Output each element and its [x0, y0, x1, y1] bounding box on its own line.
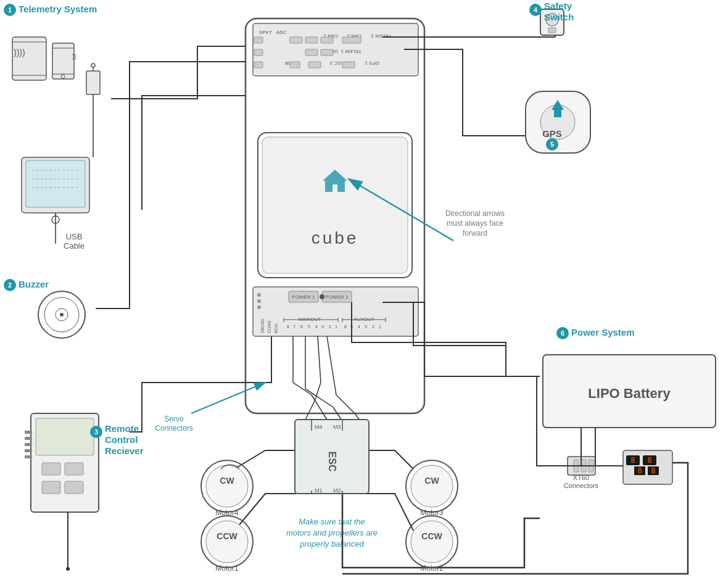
- svg-text:Directional arrows: Directional arrows: [445, 209, 505, 218]
- svg-text:4: 4: [534, 6, 538, 14]
- svg-text:Motor1: Motor1: [215, 564, 239, 573]
- svg-text:SPKT: SPKT: [259, 30, 272, 35]
- main-diagram-svg: cube SPKT ADC CAN 1 CAN 2 TELEM 2 GPS 2 …: [0, 0, 723, 588]
- svg-text:Make sure that the: Make sure that the: [299, 517, 365, 526]
- svg-rect-20: [321, 37, 333, 43]
- svg-text:Control: Control: [105, 434, 138, 445]
- svg-text:TELEM 1: TELEM 1: [341, 49, 362, 54]
- svg-rect-19: [305, 37, 318, 43]
- svg-text:8: 8: [637, 466, 642, 475]
- svg-rect-22: [305, 49, 318, 56]
- svg-text:M3: M3: [333, 424, 341, 430]
- svg-text:Connectors: Connectors: [564, 482, 599, 489]
- svg-point-29: [257, 299, 261, 303]
- svg-rect-23: [321, 49, 333, 56]
- svg-point-121: [411, 465, 453, 507]
- svg-text:CW: CW: [424, 476, 439, 486]
- svg-text:CONS: CONS: [267, 320, 271, 333]
- svg-point-35: [320, 294, 324, 299]
- svg-text:POWER 2: POWER 2: [326, 294, 349, 300]
- svg-rect-18: [290, 37, 302, 43]
- svg-point-30: [257, 305, 261, 309]
- svg-text:XT60: XT60: [573, 474, 589, 481]
- svg-rect-72: [86, 71, 100, 94]
- svg-text:properly balanced: properly balanced: [299, 539, 364, 549]
- svg-text:M2: M2: [333, 487, 341, 494]
- svg-text:M4: M4: [315, 424, 323, 430]
- svg-text:)))): )))): [14, 48, 25, 57]
- svg-text:Power System: Power System: [571, 327, 635, 337]
- svg-text:M1: M1: [315, 487, 323, 494]
- svg-rect-91: [25, 443, 32, 446]
- svg-text:6: 6: [561, 329, 564, 337]
- svg-rect-88: [36, 418, 94, 455]
- svg-text:3: 3: [321, 325, 324, 329]
- svg-rect-24: [290, 62, 300, 68]
- svg-text:must always face: must always face: [447, 219, 503, 228]
- svg-text:4: 4: [315, 325, 318, 329]
- svg-text:LIPO Battery: LIPO Battery: [588, 386, 671, 401]
- svg-text:Remote: Remote: [105, 423, 139, 434]
- svg-point-129: [411, 521, 453, 563]
- svg-text:Cable: Cable: [64, 241, 85, 251]
- svg-text:8: 8: [287, 325, 289, 329]
- svg-text:2: 2: [372, 325, 374, 329]
- svg-text:8: 8: [630, 456, 635, 465]
- svg-rect-15: [254, 37, 263, 43]
- svg-text:USB: USB: [66, 232, 83, 241]
- svg-text:8: 8: [651, 466, 655, 475]
- svg-rect-90: [25, 437, 32, 440]
- svg-rect-16: [254, 49, 263, 56]
- cube-text: cube: [312, 228, 359, 247]
- svg-text:Servo: Servo: [164, 415, 184, 423]
- svg-text:CCW: CCW: [217, 531, 238, 541]
- svg-text:7: 7: [293, 325, 295, 329]
- svg-text:Reciever: Reciever: [105, 445, 144, 456]
- svg-text:motors and propellers are: motors and propellers are: [286, 528, 378, 537]
- svg-text:CCW: CCW: [421, 531, 442, 541]
- diagram-container: cube SPKT ADC CAN 1 CAN 2 TELEM 2 GPS 2 …: [0, 0, 723, 588]
- svg-text:Telemetry System: Telemetry System: [19, 4, 97, 14]
- svg-text:8: 8: [647, 456, 651, 465]
- svg-text:3: 3: [365, 325, 367, 329]
- svg-text:5: 5: [550, 141, 554, 148]
- svg-rect-21: [342, 37, 361, 43]
- svg-rect-96: [42, 463, 60, 475]
- svg-rect-2: [262, 137, 408, 273]
- svg-text:1: 1: [379, 325, 381, 329]
- svg-rect-76: [26, 160, 85, 207]
- svg-text:1: 1: [8, 6, 12, 14]
- svg-text:GPS 1: GPS 1: [365, 60, 379, 66]
- svg-rect-63: [12, 37, 46, 80]
- svg-rect-99: [65, 481, 83, 494]
- svg-text:Connectors: Connectors: [155, 424, 192, 433]
- svg-text:ADC: ADC: [276, 30, 287, 35]
- svg-text:6: 6: [344, 325, 347, 329]
- svg-text:4: 4: [358, 325, 360, 329]
- svg-text:SBUS0: SBUS0: [260, 319, 265, 333]
- svg-rect-26: [342, 62, 355, 68]
- svg-text:Buzzer: Buzzer: [19, 279, 49, 289]
- svg-rect-93: [25, 455, 32, 458]
- svg-point-117: [206, 465, 248, 507]
- svg-text:2: 2: [329, 325, 331, 329]
- svg-rect-89: [25, 431, 32, 434]
- svg-point-125: [206, 521, 248, 563]
- svg-text:)): )): [72, 53, 76, 60]
- svg-text:6: 6: [300, 325, 303, 329]
- svg-text:TELEM 2: TELEM 2: [371, 33, 392, 39]
- svg-line-153: [191, 383, 265, 413]
- svg-rect-67: [52, 43, 74, 79]
- svg-text:2: 2: [8, 281, 12, 289]
- svg-text:Safety: Safety: [544, 1, 572, 11]
- svg-text:Motor2: Motor2: [420, 564, 444, 573]
- svg-rect-98: [42, 481, 60, 494]
- svg-text:RCin: RCin: [274, 323, 278, 333]
- svg-text:POWER 1: POWER 1: [292, 294, 315, 300]
- svg-rect-25: [308, 62, 321, 68]
- svg-text:forward: forward: [463, 229, 487, 238]
- svg-rect-97: [65, 463, 83, 475]
- svg-text:5: 5: [308, 325, 310, 329]
- svg-rect-105: [548, 28, 556, 33]
- svg-point-28: [257, 293, 261, 297]
